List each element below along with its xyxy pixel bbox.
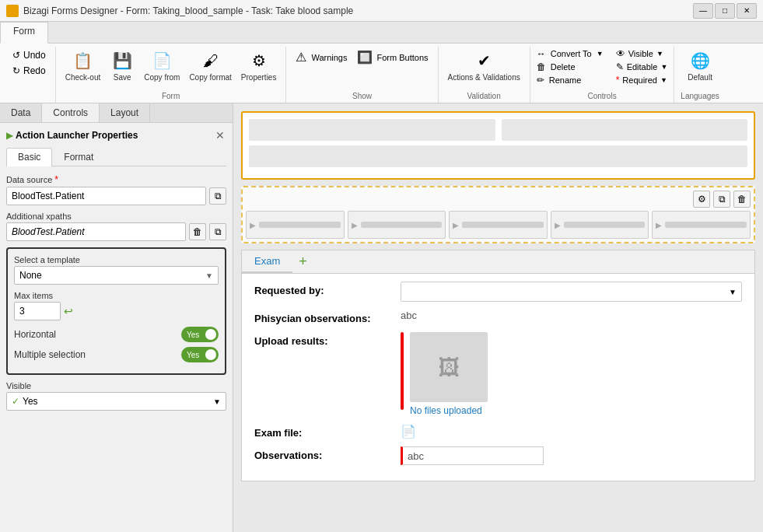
maximize-button[interactable]: □ <box>715 3 735 19</box>
horizontal-toggle[interactable]: Yes <box>181 327 219 342</box>
default-language-button[interactable]: 🌐 Default <box>684 48 716 83</box>
repeater-settings-btn[interactable]: ⚙ <box>693 191 710 208</box>
window-controls: — □ ✕ <box>693 3 757 19</box>
panel-title: ▶ Action Launcher Properties <box>6 130 138 141</box>
repeater-arrow-3: ▶ <box>453 221 459 229</box>
additional-xpaths-label: Additional xpaths <box>6 212 226 221</box>
template-dropdown[interactable]: None ▼ <box>14 266 219 285</box>
undo-button[interactable]: ↺ Undo <box>9 48 49 62</box>
horizontal-row: Horizontal Yes <box>14 327 219 342</box>
upload-results-value: 🖼 No files uploaded <box>401 332 742 416</box>
repeater-item-3[interactable]: ▶ <box>449 211 548 239</box>
warnings-button[interactable]: ⚠ Warnings <box>292 48 350 66</box>
redo-button[interactable]: ↻ Redo <box>9 64 49 78</box>
repeater-bar-2 <box>361 222 443 228</box>
repeater-copy-btn[interactable]: ⧉ <box>713 191 730 208</box>
field-placeholder-1 <box>249 119 495 141</box>
editable-label[interactable]: Editable <box>627 62 658 72</box>
repeater-item-1[interactable]: ▶ <box>246 211 345 239</box>
title-bar: Bizagi Forms Designer - Form: Taking_blo… <box>0 0 763 22</box>
observations-input[interactable] <box>401 446 544 465</box>
form-canvas: ⚙ ⧉ 🗑 ▶ ▶ ▶ <box>233 103 763 489</box>
repeater-bar-4 <box>564 222 646 228</box>
prop-tab-basic[interactable]: Basic <box>6 148 52 166</box>
repeater-item-5[interactable]: ▶ <box>652 211 751 239</box>
prop-tab-format[interactable]: Format <box>52 148 105 166</box>
ribbon-tab-form[interactable]: Form <box>0 22 48 44</box>
ribbon-tabs: Form <box>0 22 763 44</box>
checkout-button[interactable]: 📋 Check-out <box>62 48 104 83</box>
form-buttons-icon: 🔲 <box>357 50 373 65</box>
additional-xpaths-input[interactable] <box>6 222 186 241</box>
properties-button[interactable]: ⚙ Properties <box>238 48 280 83</box>
ribbon-group-undoredo: ↺ Undo ↻ Redo <box>3 47 56 103</box>
repeater-arrow-4: ▶ <box>555 221 561 229</box>
toggle-thumb <box>205 329 216 340</box>
reset-icon[interactable]: ↩ <box>64 305 73 317</box>
multiple-selection-toggle[interactable]: Yes <box>181 347 219 362</box>
convert-arrow-icon: ▼ <box>597 50 604 58</box>
visible-arrow-icon: ▼ <box>656 50 663 58</box>
requested-by-label: Requested by: <box>254 282 394 296</box>
additional-xpaths-copy-btn[interactable]: ⧉ <box>209 223 226 240</box>
observations-label: Observations: <box>254 446 394 461</box>
requested-by-dropdown[interactable]: ▼ <box>401 282 742 302</box>
exam-tab-add-button[interactable]: + <box>292 254 313 270</box>
additional-xpaths-delete-btn[interactable]: 🗑 <box>189 223 206 240</box>
repeater-item-4[interactable]: ▶ <box>551 211 649 239</box>
redo-label: Redo <box>23 65 46 76</box>
upload-area[interactable]: 🖼 <box>410 332 488 402</box>
repeater-delete-btn[interactable]: 🗑 <box>733 191 751 208</box>
warnings-label: Warnings <box>311 53 347 62</box>
copy-from-button[interactable]: 📄 Copy from <box>141 48 183 83</box>
tab-data[interactable]: Data <box>0 103 42 122</box>
additional-xpaths-group: Additional xpaths 🗑 ⧉ <box>6 212 226 241</box>
repeater-bar-5 <box>665 222 747 228</box>
undo-redo-group: ↺ Undo ↻ Redo <box>9 47 49 103</box>
file-icon: 📄 <box>401 424 416 439</box>
template-dropdown-arrow: ▼ <box>205 271 213 280</box>
rename-label[interactable]: Rename <box>549 75 582 85</box>
close-button[interactable]: ✕ <box>737 3 757 19</box>
upload-results-row: Upload results: 🖼 No files uploaded <box>254 332 742 416</box>
data-source-group: Data source * ⧉ <box>6 174 226 205</box>
ribbon-group-controls: ↔ Convert To ▼ 🗑 Delete ✏ Rename <box>530 47 675 103</box>
visible-dropdown[interactable]: ✓ Yes ▼ <box>6 392 226 411</box>
repeater-item-2[interactable]: ▶ <box>348 211 446 239</box>
required-icon: * <box>616 75 620 86</box>
data-source-input[interactable] <box>6 187 206 205</box>
save-button[interactable]: 💾 Save <box>107 48 138 83</box>
form-buttons-button[interactable]: 🔲 Form Buttons <box>354 48 432 66</box>
requested-by-row: Requested by: ▼ <box>254 282 742 302</box>
data-source-copy-btn[interactable]: ⧉ <box>209 187 226 205</box>
panel-header: ▶ Action Launcher Properties ✕ <box>6 129 226 142</box>
app-icon <box>6 5 19 17</box>
exam-tab[interactable]: Exam <box>242 250 292 273</box>
template-box: Select a template None ▼ Max items ↩ <box>6 247 226 375</box>
exam-form: Requested by: ▼ Phisycian observations: … <box>242 274 754 481</box>
copy-format-button[interactable]: 🖌 Copy format <box>186 48 234 83</box>
tab-controls[interactable]: Controls <box>42 103 100 122</box>
form-group-label: Form <box>62 90 280 103</box>
required-label[interactable]: Required <box>622 75 657 85</box>
convert-to-icon: ↔ <box>537 48 546 59</box>
ribbon-group-form: 📋 Check-out 💾 Save 📄 Copy from 🖌 Copy fo… <box>56 47 287 103</box>
max-items-label: Max items <box>14 291 219 300</box>
language-icon: 🌐 <box>689 50 711 72</box>
minimize-button[interactable]: — <box>693 3 713 19</box>
delete-label[interactable]: Delete <box>551 62 576 72</box>
controls-group-items: ↔ Convert To ▼ 🗑 Delete ✏ Rename <box>537 47 668 90</box>
actions-validations-button[interactable]: ✔ Actions & Validations <box>445 48 523 83</box>
visible-group: Visible ✓ Yes ▼ <box>6 381 226 411</box>
convert-to-label[interactable]: Convert To <box>551 49 592 58</box>
form-row-2 <box>249 145 747 167</box>
delete-icon: 🗑 <box>537 61 546 72</box>
tab-layout[interactable]: Layout <box>100 103 150 122</box>
max-items-group: Max items ↩ <box>14 291 219 320</box>
undo-icon: ↺ <box>12 50 20 61</box>
upload-box: 🖼 No files uploaded <box>401 332 742 416</box>
ribbon-group-validation: ✔ Actions & Validations Validation <box>439 47 530 103</box>
panel-close-button[interactable]: ✕ <box>214 129 226 142</box>
max-items-input[interactable] <box>14 302 61 320</box>
visible-label[interactable]: Visible <box>628 49 653 58</box>
